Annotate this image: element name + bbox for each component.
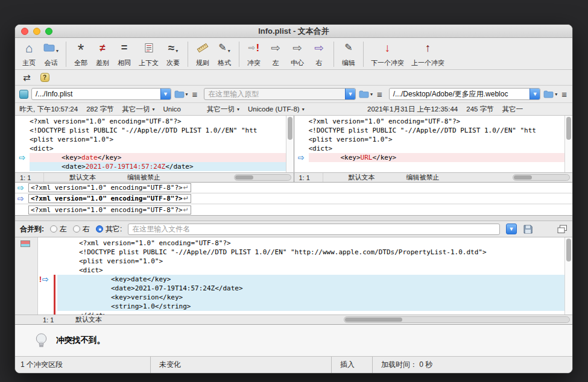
right-browse-button[interactable]: ▾ [543, 90, 557, 98]
take-center-button[interactable]: ⇨ 中心 [287, 40, 308, 69]
right-cursor-position: 1: 1 [294, 173, 323, 182]
close-button[interactable] [21, 28, 28, 35]
merge-arrow-icon[interactable]: ⇨ [42, 275, 49, 284]
merged-code-editor[interactable]: <?xml version="1.0" encoding="UTF-8"?> <… [57, 237, 564, 315]
right-file-menu-icon[interactable]: ≡ [560, 89, 568, 99]
left-encoding-dropdown[interactable]: Unico [163, 105, 181, 113]
code-line: <!DOCTYPE plist PUBLIC "-//Apple//DTD PL… [57, 248, 564, 257]
edit-button[interactable]: ✎ 编辑 [338, 40, 359, 69]
swap-panes-icon[interactable]: ⇄ [23, 72, 31, 83]
next-conflict-label: 下一个冲突 [371, 58, 404, 67]
center-encoding-dropdown[interactable]: Unicode (UTF-8)▾ [248, 105, 305, 113]
pane-splitter[interactable] [15, 216, 572, 221]
merge-filename-input[interactable] [128, 224, 500, 235]
scrollbar-thumb[interactable] [288, 117, 292, 140]
right-text-mode: 默认文本 [349, 173, 375, 182]
linked-line-left: ⇨ <?xml version="1.0" encoding="UTF-8"?>… [15, 183, 572, 193]
right-file-combo[interactable]: /.../Desktop/Adobe/更多应用.webloc ▼ [389, 88, 541, 100]
merged-horizontal-scrollbar[interactable] [344, 316, 570, 323]
unchanged-status: 未变化 [150, 357, 331, 373]
right-label: 右 [316, 58, 323, 67]
context-document-icon [145, 40, 153, 55]
left-ruleset-dropdown[interactable]: 其它一切▾ [122, 105, 155, 114]
radio-icon[interactable] [73, 225, 80, 233]
merge-to-left-radio[interactable]: 左 [50, 224, 67, 234]
left-file-path: /.../Info.plist [32, 89, 160, 99]
left-file-menu-icon[interactable]: ≡ [191, 89, 199, 99]
app-window: Info.plist - 文本合并 ⌂ 主页 ▾ 会话 * 全部 ≠ 差别 = … [14, 24, 573, 374]
session-button[interactable]: ▾ 会话 [40, 40, 62, 69]
left-code-editor[interactable]: <?xml version="1.0" encoding="UTF-8"?> <… [30, 116, 286, 172]
merged-vertical-scrollbar[interactable] [564, 237, 572, 315]
new-window-button[interactable] [557, 225, 567, 234]
ancestor-file-combo[interactable]: 在这里输入原型 ▼ [204, 88, 356, 100]
scrollbar-thumb[interactable] [566, 117, 571, 140]
show-all-button[interactable]: * 全部 [71, 40, 91, 69]
left-file-combo[interactable]: /.../Info.plist ▼ [31, 88, 171, 100]
minor-differences-button[interactable]: ≈▾ 次要 [163, 40, 183, 69]
scrollbar-thumb[interactable] [345, 318, 402, 322]
code-line: <!DOCTYPE plist PUBLIC "-//Apple//DTD PL… [30, 126, 286, 135]
show-same-button[interactable]: = 相同 [114, 40, 134, 69]
overview-strip[interactable] [15, 237, 38, 315]
next-conflict-button[interactable]: ↓ 下一个冲突 [368, 40, 407, 69]
chevron-down-icon[interactable]: ▼ [530, 89, 540, 99]
merge-to-other-radio[interactable]: 其它: [96, 224, 122, 234]
context-button[interactable]: 上下文 [136, 40, 162, 69]
merge-arrow-icon[interactable]: ⇨ [17, 183, 28, 192]
scrollbar-thumb[interactable] [235, 175, 253, 180]
traffic-lights [21, 25, 52, 37]
linked-lines-panel: ⇨ <?xml version="1.0" encoding="UTF-8"?>… [15, 183, 572, 216]
right-horizontal-scrollbar[interactable] [513, 174, 570, 181]
home-button[interactable]: ⌂ 主页 [19, 40, 39, 69]
ancestor-file-menu-icon[interactable]: ≡ [376, 89, 384, 99]
save-button[interactable] [523, 224, 533, 234]
lightbulb-icon [34, 333, 48, 349]
merge-arrow-icon[interactable]: ⇨ [17, 194, 28, 203]
take-right-button[interactable]: ⇨ 右 [309, 40, 329, 69]
merge-from-right-arrow-icon[interactable]: ⇨ [298, 153, 305, 162]
chevron-down-icon[interactable]: ▼ [345, 89, 355, 99]
left-browse-button[interactable]: ▾ [174, 90, 188, 98]
merge-from-left-arrow-icon[interactable]: ⇨ [19, 153, 26, 162]
right-ruleset-dropdown[interactable]: 其它一 [502, 105, 523, 114]
left-label: 左 [273, 58, 279, 67]
conflict-button[interactable]: ⇨! 冲突 [244, 40, 264, 69]
chevron-down-icon: ▾ [56, 49, 58, 55]
plist-document-icon [19, 90, 28, 99]
right-file-date: 2021年1月31日 上午12:35:44 [367, 105, 458, 114]
code-line-inserted: <date>2021-07-19T14:57:24Z</date> [30, 162, 286, 171]
all-label: 全部 [74, 58, 87, 67]
take-left-button[interactable]: ⇨ 左 [265, 40, 286, 69]
chevron-down-icon: ▾ [302, 107, 305, 112]
chevron-down-icon[interactable]: ▼ [160, 89, 171, 99]
center-ruleset-dropdown[interactable]: 其它一切▾ [207, 105, 239, 114]
titlebar[interactable]: Info.plist - 文本合并 [15, 25, 572, 38]
hint-panel: 冲突找不到。 [15, 325, 572, 356]
merge-to-right-radio[interactable]: 右 [73, 224, 90, 234]
left-vertical-scrollbar[interactable] [286, 116, 294, 172]
scrollbar-thumb[interactable] [514, 175, 532, 180]
right-code-editor[interactable]: <?xml version="1.0" encoding="UTF-8"?> <… [309, 116, 565, 172]
left-merge-arrow-icon: ⇨ [271, 40, 280, 55]
radio-icon[interactable] [50, 225, 57, 233]
format-button[interactable]: ✎▾ 格式 [214, 40, 235, 69]
help-icon[interactable]: ? [40, 73, 49, 82]
right-vertical-scrollbar[interactable] [564, 116, 572, 172]
scrollbar-thumb[interactable] [566, 239, 571, 261]
zoom-button[interactable] [45, 28, 52, 35]
minimize-button[interactable] [33, 28, 40, 35]
merged-output-pane: ! ⇨ <?xml version="1.0" encoding="UTF-8"… [15, 237, 572, 315]
prev-conflict-button[interactable]: ↑ 上一个冲突 [408, 40, 447, 69]
show-differences-button[interactable]: ≠ 差别 [92, 40, 113, 69]
left-horizontal-scrollbar[interactable] [234, 174, 291, 181]
filename-dropdown-button[interactable]: ▼ [506, 224, 517, 234]
chevron-down-icon: ▾ [237, 107, 239, 112]
ancestor-browse-button[interactable]: ▾ [359, 90, 373, 98]
radio-selected-icon[interactable] [96, 225, 103, 233]
chevron-down-icon: ▾ [186, 92, 188, 97]
folder-icon [543, 90, 554, 98]
floppy-disk-icon [523, 224, 533, 234]
rules-label: 规则 [196, 58, 209, 67]
rules-button[interactable]: 规则 [192, 40, 213, 69]
